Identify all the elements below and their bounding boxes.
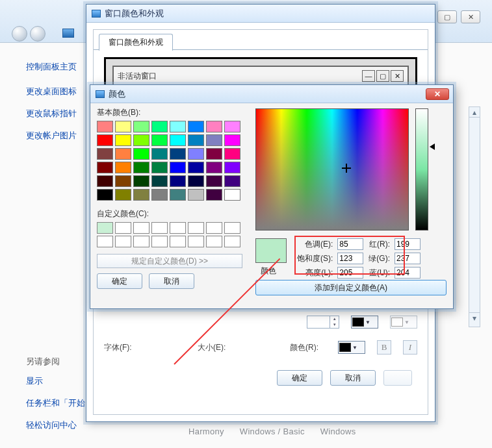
define-custom-color-button[interactable]: 规定自定义颜色(D) >>	[97, 254, 242, 268]
basic-color-swatch[interactable]	[115, 175, 131, 187]
custom-color-swatch[interactable]	[188, 236, 204, 247]
basic-color-swatch[interactable]	[133, 162, 149, 173]
basic-color-swatch[interactable]	[224, 148, 240, 160]
basic-color-swatch[interactable]	[97, 162, 113, 173]
custom-color-swatch[interactable]	[206, 236, 222, 247]
basic-color-swatch[interactable]	[170, 134, 186, 146]
basic-color-swatch[interactable]	[188, 148, 204, 160]
basic-color-swatch[interactable]	[188, 134, 204, 146]
basic-color-swatch[interactable]	[188, 162, 204, 173]
custom-color-swatch[interactable]	[151, 236, 168, 247]
italic-button[interactable]: I	[403, 340, 417, 355]
color-gradient-picker[interactable]	[255, 108, 409, 230]
red-input[interactable]	[395, 238, 421, 250]
custom-color-swatch[interactable]	[115, 236, 131, 247]
custom-color-swatch[interactable]	[188, 222, 204, 234]
add-to-custom-button[interactable]: 添加到自定义颜色(A)	[255, 280, 447, 295]
basic-color-swatch[interactable]	[170, 148, 186, 160]
basic-color-swatch[interactable]	[115, 134, 131, 146]
nav-back-button[interactable]	[12, 26, 27, 42]
custom-color-swatch[interactable]	[206, 222, 222, 234]
basic-color-swatch[interactable]	[97, 148, 113, 160]
custom-color-swatch[interactable]	[224, 222, 240, 234]
custom-color-swatch[interactable]	[133, 222, 149, 234]
green-input[interactable]	[395, 253, 421, 264]
basic-color-swatch[interactable]	[97, 189, 113, 201]
hue-input[interactable]	[337, 238, 363, 250]
custom-color-swatch[interactable]	[170, 222, 186, 234]
scroll-down-icon[interactable]: ▾	[469, 312, 480, 323]
basic-color-swatch[interactable]	[151, 189, 168, 201]
luminance-slider[interactable]	[415, 108, 428, 230]
close-button[interactable]: ✕	[461, 10, 480, 23]
basic-color-swatch[interactable]	[206, 175, 222, 187]
basic-color-swatch[interactable]	[97, 175, 113, 187]
basic-color-swatch[interactable]	[115, 148, 131, 160]
color1-dropdown[interactable]: ▼	[351, 316, 378, 329]
custom-color-swatch[interactable]	[133, 236, 149, 247]
basic-color-swatch[interactable]	[97, 134, 113, 146]
color-dialog-close-button[interactable]: ✕	[426, 88, 449, 100]
basic-color-swatch[interactable]	[188, 189, 204, 201]
basic-color-swatch[interactable]	[224, 134, 240, 146]
sat-label: 饱和度(S):	[297, 253, 333, 264]
appearance-apply-button	[383, 370, 412, 386]
basic-color-swatch[interactable]	[206, 162, 222, 173]
color-cancel-button[interactable]: 取消	[149, 273, 194, 289]
basic-color-swatch[interactable]	[206, 121, 222, 132]
custom-color-swatch[interactable]	[97, 222, 113, 234]
basic-color-swatch[interactable]	[151, 148, 168, 160]
nav-forward-button[interactable]	[30, 26, 45, 42]
basic-color-swatch[interactable]	[170, 189, 186, 201]
custom-color-swatch[interactable]	[151, 222, 168, 234]
basic-color-swatch[interactable]	[170, 121, 186, 132]
appearance-ok-button[interactable]: 确定	[277, 370, 322, 386]
basic-color-swatch[interactable]	[133, 189, 149, 201]
basic-color-swatch[interactable]	[206, 134, 222, 146]
basic-color-swatch[interactable]	[206, 189, 222, 201]
basic-color-swatch[interactable]	[115, 162, 131, 173]
basic-color-swatch[interactable]	[188, 121, 204, 132]
basic-color-swatch[interactable]	[151, 121, 168, 132]
appearance-titlebar[interactable]: 窗口颜色和外观	[86, 5, 435, 23]
font-color-dropdown[interactable]: ▼	[338, 341, 365, 354]
basic-color-swatch[interactable]	[151, 175, 168, 187]
basic-color-swatch[interactable]	[133, 121, 149, 132]
basic-color-swatch[interactable]	[133, 148, 149, 160]
color-dialog-titlebar[interactable]: 颜色 ✕	[90, 85, 453, 103]
scroll-up-icon[interactable]: ▴	[469, 107, 480, 118]
appearance-cancel-button[interactable]: 取消	[330, 370, 376, 386]
luminance-arrow-icon	[430, 143, 435, 150]
custom-color-swatch[interactable]	[170, 236, 186, 247]
color-ok-button[interactable]: 确定	[97, 273, 142, 289]
basic-color-swatch[interactable]	[97, 121, 113, 132]
basic-color-swatch[interactable]	[224, 189, 240, 201]
basic-color-swatch[interactable]	[151, 162, 168, 173]
custom-color-swatch[interactable]	[97, 236, 113, 247]
basic-color-swatch[interactable]	[170, 175, 186, 187]
tab-appearance[interactable]: 窗口颜色和外观	[99, 34, 173, 51]
bold-button[interactable]: B	[377, 340, 391, 355]
lum-input[interactable]	[337, 267, 363, 279]
theme-labels: Harmony Windows / Basic Windows	[188, 427, 479, 436]
basic-color-swatch[interactable]	[115, 121, 131, 132]
custom-color-swatch[interactable]	[115, 222, 131, 234]
basic-color-swatch[interactable]	[170, 162, 186, 173]
preview-inactive-title: 非活动窗口	[118, 71, 157, 82]
basic-color-swatch[interactable]	[224, 162, 240, 173]
basic-color-swatch[interactable]	[133, 175, 149, 187]
basic-color-swatch[interactable]	[224, 175, 240, 187]
custom-color-swatch[interactable]	[224, 236, 240, 247]
sat-input[interactable]	[337, 253, 363, 264]
basic-color-swatch[interactable]	[224, 121, 240, 132]
basic-color-swatch[interactable]	[206, 148, 222, 160]
blue-input[interactable]	[395, 267, 421, 279]
basic-color-swatch[interactable]	[151, 134, 168, 146]
size-value-input[interactable]: ▴▾	[307, 316, 339, 329]
basic-color-swatch[interactable]	[115, 189, 131, 201]
basic-color-swatch[interactable]	[133, 134, 149, 146]
maximize-button[interactable]: ▢	[437, 10, 457, 23]
theme-label: Windows	[320, 427, 356, 436]
basic-color-swatch[interactable]	[188, 175, 204, 187]
scrollbar[interactable]: ▴ ▾	[469, 106, 480, 327]
